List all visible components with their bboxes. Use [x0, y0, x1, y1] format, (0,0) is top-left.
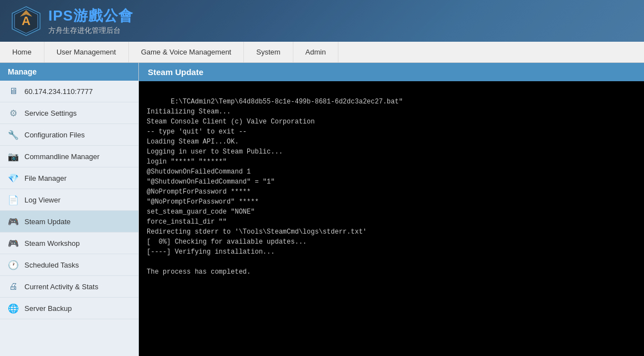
config-icon: 🔧: [8, 129, 19, 140]
sidebar-label-commandline-manager: Commandline Manager: [24, 152, 99, 161]
sidebar-label-steam-update: Steam Update: [24, 217, 71, 226]
stats-icon: 🖨: [8, 281, 19, 292]
sidebar-item-server-address[interactable]: 🖥 60.174.234.110:7777: [0, 81, 138, 102]
sidebar-label-file-manager: File Manager: [24, 174, 67, 182]
sidebar-item-steam-update[interactable]: 🎮 Steam Update: [0, 211, 138, 233]
main-content: Steam Update E:\TCAdmin2\Temp\64d8db55-8…: [139, 63, 644, 356]
nav-item-game-voice[interactable]: Game & Voice Management: [129, 42, 244, 62]
schedule-icon: 🕐: [8, 259, 19, 270]
files-icon: 💎: [8, 172, 19, 184]
logo-area: A IPS游戲公會 方舟生存进化管理后台: [11, 6, 133, 36]
sidebar-label-steam-workshop: Steam Workshop: [24, 239, 79, 248]
sidebar-label-service-settings: Service Settings: [24, 109, 77, 117]
ark-logo-icon: A: [11, 6, 42, 36]
logo-text: IPS游戲公會 方舟生存进化管理后台: [48, 6, 133, 36]
sidebar-header: Manage: [0, 63, 138, 81]
sidebar-label-current-activity-stats: Current Activity & Stats: [24, 283, 98, 291]
terminal-text: E:\TCAdmin2\Temp\64d8db55-8c1e-499b-8681…: [147, 98, 403, 276]
sidebar-item-log-viewer[interactable]: 📄 Log Viewer: [0, 189, 138, 211]
sidebar-label-server-backup: Server Backup: [24, 304, 72, 313]
workshop-icon: 🎮: [8, 238, 19, 249]
sidebar-item-current-activity-stats[interactable]: 🖨 Current Activity & Stats: [0, 276, 138, 298]
sidebar-item-commandline-manager[interactable]: 📷 Commandline Manager: [0, 146, 138, 167]
terminal-output: E:\TCAdmin2\Temp\64d8db55-8c1e-499b-8681…: [139, 81, 644, 356]
nav-item-home[interactable]: Home: [0, 42, 44, 62]
nav-item-user-management[interactable]: User Management: [44, 42, 129, 62]
sidebar-label-configuration-files: Configuration Files: [24, 131, 84, 139]
content-wrapper: Manage 🖥 60.174.234.110:7777 ⚙ Service S…: [0, 63, 644, 356]
sidebar-label-log-viewer: Log Viewer: [24, 196, 61, 204]
logo-subtitle: 方舟生存进化管理后台: [48, 26, 133, 36]
nav-item-admin[interactable]: Admin: [293, 42, 339, 62]
sidebar-item-steam-workshop[interactable]: 🎮 Steam Workshop: [0, 233, 138, 254]
backup-icon: 🌐: [8, 303, 19, 314]
sidebar-item-service-settings[interactable]: ⚙ Service Settings: [0, 102, 138, 124]
steam-icon: 🎮: [8, 216, 19, 227]
sidebar-label-scheduled-tasks: Scheduled Tasks: [24, 261, 79, 269]
svg-text:A: A: [22, 14, 31, 28]
sidebar-item-configuration-files[interactable]: 🔧 Configuration Files: [0, 124, 138, 146]
main-header: Steam Update: [139, 63, 644, 81]
cmd-icon: 📷: [8, 151, 19, 162]
sidebar-label-server-address: 60.174.234.110:7777: [24, 87, 93, 96]
sidebar-item-scheduled-tasks[interactable]: 🕐 Scheduled Tasks: [0, 254, 138, 276]
server-icon: 🖥: [8, 86, 19, 97]
app-header: A IPS游戲公會 方舟生存进化管理后台: [0, 0, 644, 42]
sidebar-item-server-backup[interactable]: 🌐 Server Backup: [0, 298, 138, 319]
logo-title: IPS游戲公會: [48, 6, 133, 26]
settings-icon: ⚙: [8, 107, 19, 118]
sidebar: Manage 🖥 60.174.234.110:7777 ⚙ Service S…: [0, 63, 139, 356]
log-icon: 📄: [8, 194, 19, 205]
sidebar-item-file-manager[interactable]: 💎 File Manager: [0, 167, 138, 189]
nav-item-system[interactable]: System: [244, 42, 293, 62]
navigation-bar: Home User Management Game & Voice Manage…: [0, 42, 644, 63]
